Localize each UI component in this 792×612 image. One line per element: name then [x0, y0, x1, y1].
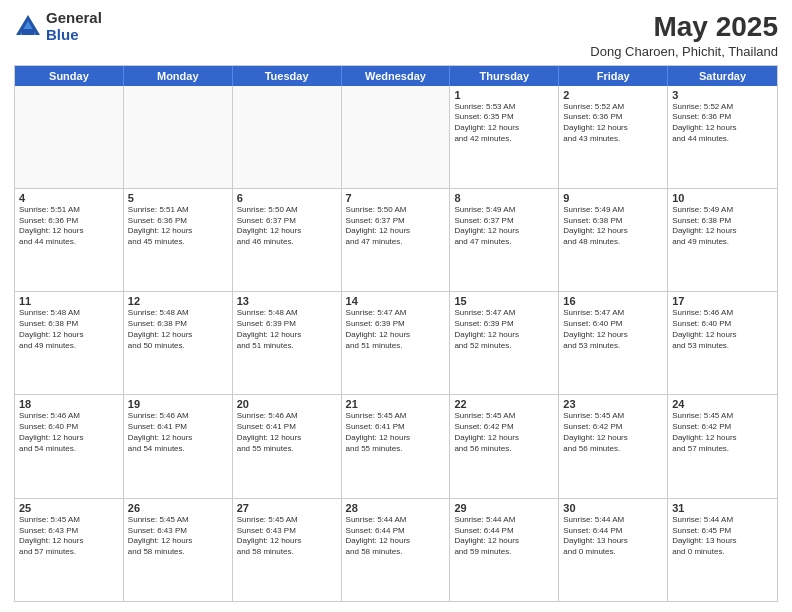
cal-cell: 29Sunrise: 5:44 AM Sunset: 6:44 PM Dayli…	[450, 499, 559, 601]
cal-cell: 9Sunrise: 5:49 AM Sunset: 6:38 PM Daylig…	[559, 189, 668, 291]
cal-cell-empty	[342, 86, 451, 188]
day-number: 6	[237, 192, 337, 204]
cell-info: Sunrise: 5:45 AM Sunset: 6:43 PM Dayligh…	[237, 515, 337, 558]
day-number: 13	[237, 295, 337, 307]
cal-header-cell: Tuesday	[233, 66, 342, 86]
cal-header-cell: Thursday	[450, 66, 559, 86]
cal-cell: 13Sunrise: 5:48 AM Sunset: 6:39 PM Dayli…	[233, 292, 342, 394]
cell-info: Sunrise: 5:45 AM Sunset: 6:43 PM Dayligh…	[19, 515, 119, 558]
cell-info: Sunrise: 5:45 AM Sunset: 6:43 PM Dayligh…	[128, 515, 228, 558]
cal-cell: 19Sunrise: 5:46 AM Sunset: 6:41 PM Dayli…	[124, 395, 233, 497]
cal-cell: 23Sunrise: 5:45 AM Sunset: 6:42 PM Dayli…	[559, 395, 668, 497]
day-number: 11	[19, 295, 119, 307]
day-number: 24	[672, 398, 773, 410]
day-number: 5	[128, 192, 228, 204]
calendar-header-row: SundayMondayTuesdayWednesdayThursdayFrid…	[15, 66, 777, 86]
day-number: 18	[19, 398, 119, 410]
cal-cell: 26Sunrise: 5:45 AM Sunset: 6:43 PM Dayli…	[124, 499, 233, 601]
cal-cell: 6Sunrise: 5:50 AM Sunset: 6:37 PM Daylig…	[233, 189, 342, 291]
cal-cell: 18Sunrise: 5:46 AM Sunset: 6:40 PM Dayli…	[15, 395, 124, 497]
main-title: May 2025	[590, 10, 778, 44]
cell-info: Sunrise: 5:45 AM Sunset: 6:42 PM Dayligh…	[454, 411, 554, 454]
cal-cell: 15Sunrise: 5:47 AM Sunset: 6:39 PM Dayli…	[450, 292, 559, 394]
calendar: SundayMondayTuesdayWednesdayThursdayFrid…	[14, 65, 778, 602]
header: General Blue May 2025 Dong Charoen, Phic…	[14, 10, 778, 59]
cal-cell-empty	[15, 86, 124, 188]
cell-info: Sunrise: 5:47 AM Sunset: 6:39 PM Dayligh…	[346, 308, 446, 351]
day-number: 19	[128, 398, 228, 410]
cell-info: Sunrise: 5:48 AM Sunset: 6:39 PM Dayligh…	[237, 308, 337, 351]
cal-cell: 30Sunrise: 5:44 AM Sunset: 6:44 PM Dayli…	[559, 499, 668, 601]
cal-cell: 7Sunrise: 5:50 AM Sunset: 6:37 PM Daylig…	[342, 189, 451, 291]
logo-icon	[14, 13, 42, 41]
day-number: 30	[563, 502, 663, 514]
cell-info: Sunrise: 5:51 AM Sunset: 6:36 PM Dayligh…	[19, 205, 119, 248]
day-number: 23	[563, 398, 663, 410]
calendar-row: 18Sunrise: 5:46 AM Sunset: 6:40 PM Dayli…	[15, 395, 777, 498]
cell-info: Sunrise: 5:51 AM Sunset: 6:36 PM Dayligh…	[128, 205, 228, 248]
day-number: 12	[128, 295, 228, 307]
calendar-body: 1Sunrise: 5:53 AM Sunset: 6:35 PM Daylig…	[15, 86, 777, 601]
cal-cell: 10Sunrise: 5:49 AM Sunset: 6:38 PM Dayli…	[668, 189, 777, 291]
cal-cell: 4Sunrise: 5:51 AM Sunset: 6:36 PM Daylig…	[15, 189, 124, 291]
cell-info: Sunrise: 5:47 AM Sunset: 6:40 PM Dayligh…	[563, 308, 663, 351]
cell-info: Sunrise: 5:44 AM Sunset: 6:45 PM Dayligh…	[672, 515, 773, 558]
cal-cell: 25Sunrise: 5:45 AM Sunset: 6:43 PM Dayli…	[15, 499, 124, 601]
day-number: 29	[454, 502, 554, 514]
cal-cell: 28Sunrise: 5:44 AM Sunset: 6:44 PM Dayli…	[342, 499, 451, 601]
cal-cell: 12Sunrise: 5:48 AM Sunset: 6:38 PM Dayli…	[124, 292, 233, 394]
day-number: 26	[128, 502, 228, 514]
logo: General Blue	[14, 10, 102, 43]
cal-cell: 27Sunrise: 5:45 AM Sunset: 6:43 PM Dayli…	[233, 499, 342, 601]
cal-header-cell: Sunday	[15, 66, 124, 86]
cal-header-cell: Wednesday	[342, 66, 451, 86]
cell-info: Sunrise: 5:50 AM Sunset: 6:37 PM Dayligh…	[346, 205, 446, 248]
day-number: 20	[237, 398, 337, 410]
cal-cell: 21Sunrise: 5:45 AM Sunset: 6:41 PM Dayli…	[342, 395, 451, 497]
day-number: 25	[19, 502, 119, 514]
cell-info: Sunrise: 5:47 AM Sunset: 6:39 PM Dayligh…	[454, 308, 554, 351]
cell-info: Sunrise: 5:52 AM Sunset: 6:36 PM Dayligh…	[672, 102, 773, 145]
subtitle: Dong Charoen, Phichit, Thailand	[590, 44, 778, 59]
cal-cell-empty	[124, 86, 233, 188]
day-number: 14	[346, 295, 446, 307]
logo-general: General	[46, 10, 102, 27]
cal-cell: 11Sunrise: 5:48 AM Sunset: 6:38 PM Dayli…	[15, 292, 124, 394]
title-block: May 2025 Dong Charoen, Phichit, Thailand	[590, 10, 778, 59]
cal-cell: 5Sunrise: 5:51 AM Sunset: 6:36 PM Daylig…	[124, 189, 233, 291]
cell-info: Sunrise: 5:46 AM Sunset: 6:40 PM Dayligh…	[672, 308, 773, 351]
cal-cell: 1Sunrise: 5:53 AM Sunset: 6:35 PM Daylig…	[450, 86, 559, 188]
cal-cell: 3Sunrise: 5:52 AM Sunset: 6:36 PM Daylig…	[668, 86, 777, 188]
cal-header-cell: Saturday	[668, 66, 777, 86]
cell-info: Sunrise: 5:45 AM Sunset: 6:41 PM Dayligh…	[346, 411, 446, 454]
day-number: 4	[19, 192, 119, 204]
day-number: 9	[563, 192, 663, 204]
cell-info: Sunrise: 5:53 AM Sunset: 6:35 PM Dayligh…	[454, 102, 554, 145]
cell-info: Sunrise: 5:46 AM Sunset: 6:41 PM Dayligh…	[128, 411, 228, 454]
day-number: 28	[346, 502, 446, 514]
calendar-row: 25Sunrise: 5:45 AM Sunset: 6:43 PM Dayli…	[15, 499, 777, 601]
cell-info: Sunrise: 5:45 AM Sunset: 6:42 PM Dayligh…	[672, 411, 773, 454]
logo-blue: Blue	[46, 27, 102, 44]
cell-info: Sunrise: 5:44 AM Sunset: 6:44 PM Dayligh…	[454, 515, 554, 558]
cal-header-cell: Monday	[124, 66, 233, 86]
cell-info: Sunrise: 5:44 AM Sunset: 6:44 PM Dayligh…	[346, 515, 446, 558]
calendar-row: 11Sunrise: 5:48 AM Sunset: 6:38 PM Dayli…	[15, 292, 777, 395]
cell-info: Sunrise: 5:46 AM Sunset: 6:40 PM Dayligh…	[19, 411, 119, 454]
cell-info: Sunrise: 5:45 AM Sunset: 6:42 PM Dayligh…	[563, 411, 663, 454]
day-number: 22	[454, 398, 554, 410]
cal-cell: 24Sunrise: 5:45 AM Sunset: 6:42 PM Dayli…	[668, 395, 777, 497]
page: General Blue May 2025 Dong Charoen, Phic…	[0, 0, 792, 612]
day-number: 21	[346, 398, 446, 410]
day-number: 16	[563, 295, 663, 307]
cell-info: Sunrise: 5:49 AM Sunset: 6:38 PM Dayligh…	[563, 205, 663, 248]
day-number: 27	[237, 502, 337, 514]
day-number: 3	[672, 89, 773, 101]
day-number: 10	[672, 192, 773, 204]
cal-cell: 22Sunrise: 5:45 AM Sunset: 6:42 PM Dayli…	[450, 395, 559, 497]
calendar-row: 1Sunrise: 5:53 AM Sunset: 6:35 PM Daylig…	[15, 86, 777, 189]
cal-cell: 31Sunrise: 5:44 AM Sunset: 6:45 PM Dayli…	[668, 499, 777, 601]
day-number: 2	[563, 89, 663, 101]
cell-info: Sunrise: 5:52 AM Sunset: 6:36 PM Dayligh…	[563, 102, 663, 145]
cal-cell: 20Sunrise: 5:46 AM Sunset: 6:41 PM Dayli…	[233, 395, 342, 497]
